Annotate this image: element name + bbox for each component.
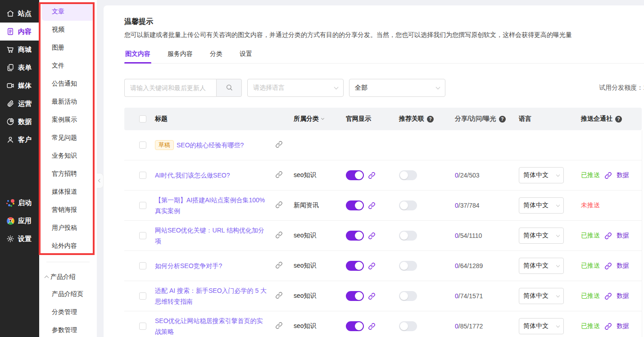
row-checkbox[interactable]	[139, 232, 146, 239]
push-data-link[interactable]: 数据	[617, 171, 629, 179]
scope-filter-select[interactable]: 全部	[349, 79, 445, 97]
site-show-toggle[interactable]	[346, 231, 364, 241]
row-checkbox[interactable]	[139, 262, 146, 269]
language-select[interactable]: 简体中文	[519, 167, 564, 183]
language-select[interactable]: 简体中文	[519, 197, 564, 214]
copy-link-icon[interactable]	[275, 201, 283, 210]
sidebar-group-product-intro[interactable]: 产品介绍	[39, 269, 97, 285]
sidebar-item-customer[interactable]: 客户	[0, 131, 39, 149]
push-data-link[interactable]: 数据	[617, 232, 629, 240]
sidebar-item-content[interactable]: 内容	[0, 23, 39, 41]
article-title-link[interactable]: 如何分析SEO竞争对手?	[155, 260, 222, 271]
sidebar-subitem-产品介绍页[interactable]: 产品介绍页	[39, 285, 97, 303]
sidebar-item-media[interactable]: 媒体	[0, 77, 39, 95]
site-link-icon[interactable]	[368, 232, 376, 240]
sidebar-item-settings[interactable]: 设置	[0, 230, 39, 248]
site-show-toggle[interactable]	[346, 200, 364, 210]
sidebar-item-form[interactable]: 表单	[0, 59, 39, 77]
recommend-toggle[interactable]	[399, 200, 417, 210]
sidebar-item-home[interactable]: 站点	[0, 5, 39, 23]
recommend-toggle[interactable]	[399, 231, 417, 241]
sidebar-item-data[interactable]: 数据	[0, 113, 39, 131]
recommend-toggle[interactable]	[399, 321, 417, 331]
copy-link-icon[interactable]	[275, 231, 283, 240]
language-select[interactable]: 简体中文	[519, 318, 564, 334]
sidebar-item-媒体报道[interactable]: 媒体报道	[39, 183, 97, 201]
push-link-icon[interactable]	[604, 172, 612, 179]
sidebar-item-apps[interactable]: 应用	[0, 212, 39, 230]
site-link-icon[interactable]	[368, 262, 376, 270]
copy-link-icon[interactable]	[275, 322, 283, 331]
language-select[interactable]: 简体中文	[519, 258, 564, 274]
copy-link-icon[interactable]	[275, 171, 283, 180]
push-data-link[interactable]: 数据	[617, 322, 629, 330]
article-title-link[interactable]: 适配 AI 搜索：新手SEO入门必学的 5 大思维转变指南	[155, 285, 268, 307]
site-show-toggle[interactable]	[346, 170, 364, 180]
site-link-icon[interactable]	[368, 292, 376, 300]
sidebar-item-营销海报[interactable]: 营销海报	[39, 201, 97, 219]
row-checkbox[interactable]	[139, 323, 146, 330]
sidebar-item-operation[interactable]: 运营	[0, 95, 39, 113]
site-show-toggle[interactable]	[346, 291, 364, 301]
sidebar-item-图册[interactable]: 图册	[39, 39, 97, 57]
column-header-标题: 标题	[150, 115, 290, 123]
sidebar-item-官方招聘[interactable]: 官方招聘	[39, 165, 97, 183]
row-checkbox[interactable]	[139, 292, 146, 300]
sidebar-item-launch[interactable]: 启动	[0, 194, 39, 212]
sidebar-collapse-handle[interactable]	[97, 173, 104, 188]
article-title-link[interactable]: SEO优化让网站稳居搜索引擎首页的实战策略	[155, 315, 268, 337]
sidebar-item-视频[interactable]: 视频	[39, 21, 97, 39]
select-all-checkbox[interactable]	[139, 115, 146, 123]
copy-link-icon[interactable]	[275, 291, 283, 301]
site-show-toggle[interactable]	[346, 261, 364, 271]
sidebar-item-常见问题[interactable]: 常见问题	[39, 129, 97, 147]
push-link-icon[interactable]	[604, 292, 612, 300]
help-icon[interactable]	[427, 116, 434, 123]
push-link-icon[interactable]	[604, 232, 612, 240]
column-header-所属分类: 所属分类	[290, 115, 340, 123]
push-link-icon[interactable]	[604, 262, 612, 270]
site-link-icon[interactable]	[368, 323, 376, 330]
article-title-link[interactable]: 【第一期】AI搭建AI站点案例合集100%真实案例	[155, 195, 268, 216]
sidebar-item-文件[interactable]: 文件	[39, 57, 97, 75]
sidebar-item-业务知识[interactable]: 业务知识	[39, 147, 97, 165]
row-checkbox[interactable]	[139, 172, 146, 179]
sidebar-item-mall[interactable]: 商城	[0, 41, 39, 59]
site-link-icon[interactable]	[368, 172, 376, 179]
push-data-link[interactable]: 数据	[617, 292, 629, 300]
site-link-icon[interactable]	[368, 202, 376, 209]
search-input[interactable]	[124, 79, 216, 97]
sidebar-item-文章[interactable]: 文章	[42, 3, 94, 21]
help-icon[interactable]	[499, 116, 506, 123]
sidebar-item-站外内容[interactable]: 站外内容	[39, 237, 97, 255]
tab-设置[interactable]: 设置	[239, 50, 253, 64]
row-checkbox[interactable]	[139, 202, 146, 209]
copy-link-icon[interactable]	[275, 141, 283, 150]
language-filter-select[interactable]: 请选择语言	[247, 79, 344, 97]
article-title-link[interactable]: AI时代,我们该怎么做SEO?	[155, 170, 230, 181]
site-show-toggle[interactable]	[346, 321, 364, 331]
recommend-toggle[interactable]	[399, 291, 417, 301]
article-title-link[interactable]: SEO的核心经验有哪些?	[177, 140, 244, 150]
sidebar-subitem-分类管理[interactable]: 分类管理	[39, 303, 97, 321]
tab-服务内容[interactable]: 服务内容	[167, 50, 194, 64]
push-link-icon[interactable]	[604, 323, 612, 330]
language-select[interactable]: 简体中文	[519, 228, 564, 244]
sidebar-item-案例展示[interactable]: 案例展示	[39, 111, 97, 129]
sort-caret-icon[interactable]	[321, 117, 324, 120]
tab-图文内容[interactable]: 图文内容	[124, 50, 151, 64]
search-button[interactable]	[216, 79, 242, 97]
sidebar-item-用户投稿[interactable]: 用户投稿	[39, 219, 97, 237]
language-select[interactable]: 简体中文	[519, 288, 564, 304]
sidebar-item-公告通知[interactable]: 公告通知	[39, 75, 97, 93]
help-icon[interactable]	[615, 116, 622, 123]
recommend-toggle[interactable]	[399, 170, 417, 180]
article-title-link[interactable]: 网站SEO优化关键：URL 结构优化加分项	[155, 225, 268, 246]
recommend-toggle[interactable]	[399, 261, 417, 271]
sidebar-subitem-参数管理[interactable]: 参数管理	[39, 321, 97, 337]
copy-link-icon[interactable]	[275, 261, 283, 270]
tab-分类[interactable]: 分类	[209, 50, 223, 64]
sidebar-item-最新活动[interactable]: 最新活动	[39, 93, 97, 111]
row-checkbox[interactable]	[139, 141, 146, 149]
push-data-link[interactable]: 数据	[617, 262, 629, 270]
